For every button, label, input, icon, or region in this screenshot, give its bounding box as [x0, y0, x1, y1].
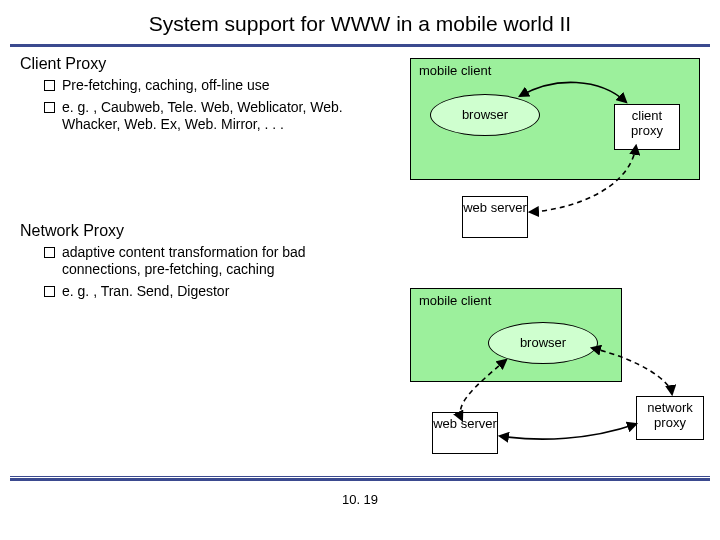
- network-proxy-label: network proxy: [647, 400, 693, 430]
- browser-node-1: browser: [430, 94, 540, 136]
- network-proxy-node: network proxy: [636, 396, 704, 440]
- list-item: adaptive content transformation for bad …: [44, 244, 344, 279]
- slide-title: System support for WWW in a mobile world…: [0, 0, 720, 44]
- section-heading-network-proxy: Network Proxy: [20, 222, 720, 240]
- list-item: e. g. , Caubweb, Tele. Web, Weblicator, …: [44, 99, 344, 134]
- list-item: e. g. , Tran. Send, Digestor: [44, 283, 344, 301]
- page-number: 10. 19: [0, 492, 720, 507]
- divider-top: [10, 44, 710, 47]
- mobile-client-label: mobile client: [411, 59, 699, 82]
- mobile-client-label: mobile client: [411, 289, 621, 312]
- network-proxy-bullets: adaptive content transformation for bad …: [44, 244, 344, 301]
- client-proxy-bullets: Pre-fetching, caching, off-line use e. g…: [44, 77, 344, 134]
- browser-node-2: browser: [488, 322, 598, 364]
- client-proxy-label: client proxy: [631, 108, 663, 138]
- web-server-label: web server: [433, 416, 497, 431]
- web-server-label: web server: [463, 200, 527, 215]
- client-proxy-node: client proxy: [614, 104, 680, 150]
- web-server-node-2: web server: [432, 412, 498, 454]
- list-item: Pre-fetching, caching, off-line use: [44, 77, 344, 95]
- divider-bottom: [10, 478, 710, 481]
- web-server-node-1: web server: [462, 196, 528, 238]
